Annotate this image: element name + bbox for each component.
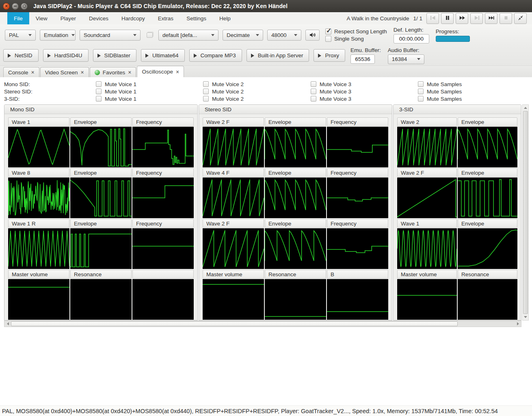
scroll-down-icon[interactable] bbox=[523, 314, 528, 320]
oscilloscope-canvas bbox=[327, 279, 388, 320]
play-icon bbox=[145, 54, 149, 58]
tab-close-icon[interactable]: × bbox=[176, 69, 179, 75]
scope-label: Envelope bbox=[70, 168, 132, 177]
scroll-up-icon[interactable] bbox=[523, 105, 528, 111]
scope-cell: Resonance bbox=[458, 270, 517, 320]
scope-cell: Wave 1 R bbox=[8, 219, 69, 269]
fast-forward-button[interactable] bbox=[456, 13, 468, 24]
oscilloscope-canvas bbox=[458, 279, 517, 320]
menu-help[interactable]: Help bbox=[213, 12, 237, 24]
menu-player[interactable]: Player bbox=[54, 12, 82, 24]
tune-dropdown[interactable]: default [defa... bbox=[158, 30, 218, 41]
maximize-window-icon[interactable] bbox=[21, 3, 28, 10]
compare-mp3-button[interactable]: Compare MP3 bbox=[189, 49, 242, 62]
mute-checkbox-1-3[interactable]: Mute Voice 3 bbox=[311, 81, 418, 87]
close-window-icon[interactable] bbox=[3, 3, 10, 10]
pause-button[interactable] bbox=[441, 13, 454, 24]
mute-checkbox-3-1[interactable]: Mute Voice 1 bbox=[96, 96, 203, 102]
tab-oscilloscope[interactable]: Oscilloscope× bbox=[137, 66, 184, 77]
scope-cell: Wave 2 F bbox=[203, 117, 264, 167]
scope-label: Frequency bbox=[132, 219, 194, 228]
menu-view[interactable]: View bbox=[29, 12, 54, 24]
vertical-scrollbar-thumb[interactable] bbox=[523, 111, 528, 314]
mute-checkbox-1-1[interactable]: Mute Voice 1 bbox=[96, 81, 203, 87]
oscilloscope-canvas bbox=[458, 127, 517, 167]
checkbox-icon bbox=[96, 81, 102, 87]
volume-button[interactable] bbox=[305, 30, 320, 41]
oscilloscope-canvas bbox=[132, 178, 194, 218]
vertical-scrollbar[interactable] bbox=[522, 104, 529, 321]
stop-button[interactable] bbox=[500, 13, 512, 24]
emu-buffer-field[interactable]: 65536 bbox=[350, 54, 375, 64]
menu-settings[interactable]: Settings bbox=[180, 12, 213, 24]
mute-checkbox-2-4[interactable]: Mute Samples bbox=[418, 89, 532, 95]
oscilloscope-canvas bbox=[8, 228, 69, 269]
oscilloscope-canvas bbox=[132, 127, 194, 167]
proxy-button[interactable]: Proxy bbox=[314, 49, 345, 62]
mute-checkbox-label: Mute Voice 2 bbox=[212, 81, 244, 87]
oscilloscope-canvas bbox=[203, 178, 264, 218]
tab-favorites[interactable]: Favorites× bbox=[90, 67, 136, 77]
mute-checkbox-label: Mute Samples bbox=[427, 96, 462, 102]
respect-song-length-checkbox[interactable]: Respect Song Length bbox=[325, 28, 387, 35]
mute-checkbox-3-3[interactable]: Mute Voice 3 bbox=[311, 96, 418, 102]
oscilloscope-canvas bbox=[397, 127, 457, 167]
collapse-icon bbox=[517, 15, 524, 22]
panel-title: Stereo SID bbox=[199, 105, 392, 114]
menu-devices[interactable]: Devices bbox=[82, 12, 115, 24]
sample-rate-dropdown[interactable]: 48000 bbox=[267, 30, 301, 41]
mute-checkbox-2-1[interactable]: Mute Voice 1 bbox=[96, 89, 203, 95]
mute-checkbox-1-4[interactable]: Mute Samples bbox=[418, 81, 532, 87]
sampling-dropdown[interactable]: Decimate bbox=[223, 30, 263, 41]
mute-checkbox-2-3[interactable]: Mute Voice 3 bbox=[311, 89, 418, 95]
scope-label: Resonance bbox=[458, 270, 517, 279]
skip-start-button[interactable] bbox=[426, 13, 439, 24]
default-length-field[interactable]: 00:00.000 bbox=[394, 34, 429, 43]
tab-close-icon[interactable]: × bbox=[31, 69, 35, 76]
netsid-button[interactable]: NetSID bbox=[3, 49, 39, 62]
scroll-left-icon[interactable] bbox=[4, 321, 11, 327]
collapse-button[interactable] bbox=[514, 13, 527, 24]
single-song-checkbox[interactable]: Single Song bbox=[325, 36, 387, 42]
scope-label: Envelope bbox=[265, 117, 326, 126]
mute-grid: Mono SID:Mute Voice 1Mute Voice 2Mute Vo… bbox=[0, 77, 532, 102]
built-in-app-server-button[interactable]: Built-in App Server bbox=[247, 49, 309, 62]
scope-cell: B bbox=[327, 270, 388, 320]
horizontal-scrollbar-thumb[interactable] bbox=[11, 321, 458, 326]
scope-panels: Mono SIDWave 1EnvelopeFrequencyWave 8Env… bbox=[4, 104, 532, 321]
checkbox-icon bbox=[203, 89, 209, 94]
oscilloscope-canvas bbox=[70, 127, 132, 167]
mute-checkbox-2-2[interactable]: Mute Voice 2 bbox=[203, 89, 311, 95]
mute-checkbox-3-2[interactable]: Mute Voice 2 bbox=[203, 96, 311, 102]
scope-label: Wave 2 F bbox=[203, 219, 264, 228]
menu-hardcopy[interactable]: Hardcopy bbox=[115, 12, 151, 24]
skip-next-button[interactable] bbox=[470, 13, 483, 24]
mute-checkbox-1-2[interactable]: Mute Voice 2 bbox=[203, 81, 311, 87]
chevron-down-icon bbox=[256, 34, 259, 36]
chevron-down-icon bbox=[294, 34, 297, 36]
track-counter: 1/ 1 bbox=[413, 15, 422, 22]
audio-buffer-dropdown[interactable]: 16384 bbox=[388, 54, 424, 64]
menu-file[interactable]: File bbox=[7, 12, 29, 24]
scope-cell: Wave 4 F bbox=[203, 168, 264, 218]
ultimate64-button[interactable]: Ultimate64 bbox=[141, 49, 185, 62]
tab-bar: Console×Video Screen×Favorites×Oscillosc… bbox=[0, 66, 532, 77]
video-standard-dropdown[interactable]: PAL bbox=[5, 30, 36, 41]
tab-close-icon[interactable]: × bbox=[81, 69, 84, 76]
scope-label: Envelope bbox=[265, 219, 326, 228]
hardsid4u-button[interactable]: HardSID4U bbox=[43, 49, 89, 62]
engine-dropdown[interactable]: Emulation bbox=[40, 30, 76, 41]
mute-checkbox-3-4[interactable]: Mute Samples bbox=[418, 96, 532, 102]
horizontal-scrollbar[interactable] bbox=[4, 321, 521, 327]
device-dropdown[interactable]: Soundcard bbox=[80, 30, 141, 41]
panel-title: 3-SID bbox=[394, 105, 521, 114]
sidblaster-button[interactable]: SIDBlaster bbox=[93, 49, 137, 62]
minimize-window-icon[interactable] bbox=[12, 3, 19, 10]
mute-checkbox-label: Mute Voice 2 bbox=[212, 89, 244, 95]
skip-end-button[interactable] bbox=[485, 13, 497, 24]
menu-extras[interactable]: Extras bbox=[151, 12, 180, 24]
scroll-right-icon[interactable] bbox=[515, 321, 521, 327]
tab-console[interactable]: Console× bbox=[3, 67, 39, 77]
tab-close-icon[interactable]: × bbox=[128, 69, 131, 76]
tab-video-screen[interactable]: Video Screen× bbox=[40, 67, 89, 77]
